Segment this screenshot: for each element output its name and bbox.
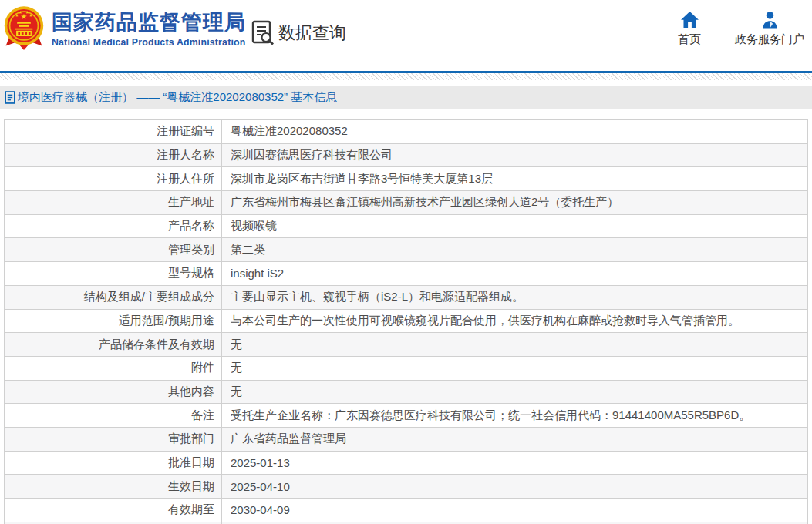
org-name-zh: 国家药品监督管理局: [52, 10, 246, 35]
site-logo-link[interactable]: ★ ★ ★ ★ ★ 国家药品监督管理局 National Medical Pro…: [3, 5, 246, 53]
hatch-stripe-band: [0, 73, 812, 80]
field-label: 有效期至: [5, 499, 222, 522]
table-row: 生产地址 广东省梅州市梅县区畲江镇梅州高新技术产业园区绿创大道2号（委托生产）: [5, 191, 807, 215]
table-row: 注册人住所 深圳市龙岗区布吉街道甘李路3号恒特美大厦第13层: [5, 167, 807, 191]
field-value: 主要由显示主机、窥视手柄（iS2-L）和电源适配器组成。: [222, 286, 807, 309]
field-label: 生效日期: [5, 475, 222, 498]
field-label: 备注: [5, 404, 222, 427]
org-name-en: National Medical Products Administration: [52, 37, 246, 48]
table-row: 结构及组成/主要组成成分 主要由显示主机、窥视手柄（iS2-L）和电源适配器组成…: [5, 286, 807, 310]
field-value: 2030-04-09: [222, 499, 807, 522]
data-query-link[interactable]: 数据查询: [251, 20, 346, 46]
table-row: 注册人名称 深圳因赛德思医疗科技有限公司: [5, 144, 807, 168]
field-value: 受托生产企业名称：广东因赛德思医疗科技有限公司；统一社会信用代码：9144140…: [222, 404, 807, 427]
field-value: 广东省药品监督管理局: [222, 428, 807, 451]
top-nav: 首页 政务服务门户: [678, 11, 804, 47]
field-value: 2025-04-10: [222, 475, 807, 498]
data-query-label: 数据查询: [278, 22, 346, 45]
field-label: 型号规格: [5, 262, 222, 285]
nav-item-label: 政务服务门户: [735, 32, 804, 47]
field-label: 注册人名称: [5, 144, 222, 167]
table-row: 产品名称 视频喉镜: [5, 215, 807, 239]
svg-text:★: ★: [19, 10, 22, 15]
table-row: 管理类别 第二类: [5, 238, 807, 262]
field-label: 审批部门: [5, 428, 222, 451]
table-row: 有效期至 2030-04-09: [5, 499, 807, 522]
table-row: 注册证编号 粤械注准20202080352: [5, 120, 807, 144]
svg-text:★: ★: [29, 13, 33, 18]
field-value: 无: [222, 381, 807, 404]
field-value: 第二类: [222, 238, 807, 261]
field-label: 生产地址: [5, 191, 222, 214]
field-value: 广东省梅州市梅县区畲江镇梅州高新技术产业园区绿创大道2号（委托生产）: [222, 191, 807, 214]
brand-text: 国家药品监督管理局 National Medical Products Admi…: [52, 5, 246, 48]
page-title: 境内医疗器械（注册） —— “粤械注准20202080352” 基本信息: [18, 90, 337, 105]
nav-item-home[interactable]: 首页: [678, 11, 701, 47]
document-search-icon: [251, 20, 275, 46]
field-value: 无: [222, 333, 807, 356]
table-row: 适用范围/预期用途 与本公司生产的一次性使用可视喉镜窥视片配合使用，供医疗机构在…: [5, 310, 807, 334]
field-label: 注册人住所: [5, 167, 222, 190]
page-title-bar: 境内医疗器械（注册） —— “粤械注准20202080352” 基本信息: [0, 86, 812, 109]
field-value: 深圳因赛德思医疗科技有限公司: [222, 144, 807, 167]
field-label: 批准日期: [5, 452, 222, 475]
table-row: 备注 受托生产企业名称：广东因赛德思医疗科技有限公司；统一社会信用代码：9144…: [5, 404, 807, 428]
nav-item-label: 首页: [678, 32, 701, 47]
field-label: 附件: [5, 357, 222, 380]
field-value: 无: [222, 357, 807, 380]
site-header: ★ ★ ★ ★ ★ 国家药品监督管理局 National Medical Pro…: [0, 0, 812, 71]
table-row: 生效日期 2025-04-10: [5, 475, 807, 499]
field-value: insight iS2: [222, 262, 807, 285]
field-value: 视频喉镜: [222, 215, 807, 238]
document-icon: [5, 91, 15, 104]
home-icon: [680, 11, 699, 29]
field-label: 结构及组成/主要组成成分: [5, 286, 222, 309]
field-label: 产品名称: [5, 215, 222, 238]
field-value: 2025-01-13: [222, 452, 807, 475]
table-row: 产品储存条件及有效期 无: [5, 333, 807, 357]
field-value: 与本公司生产的一次性使用可视喉镜窥视片配合使用，供医疗机构在麻醉或抢救时导入气管…: [222, 310, 807, 333]
user-icon: [760, 11, 780, 29]
field-label: 产品储存条件及有效期: [5, 333, 222, 356]
table-row: 型号规格 insight iS2: [5, 262, 807, 286]
nav-item-gov-portal[interactable]: 政务服务门户: [735, 11, 804, 47]
table-row: 附件 无: [5, 357, 807, 381]
field-value: 粤械注准20202080352: [222, 120, 807, 143]
table-row: 审批部门 广东省药品监督管理局: [5, 428, 807, 452]
field-label: 适用范围/预期用途: [5, 310, 222, 333]
field-label: 其他内容: [5, 381, 222, 404]
table-row: 批准日期 2025-01-13: [5, 452, 807, 475]
table-row: 其他内容 无: [5, 381, 807, 405]
field-label: 注册证编号: [5, 120, 222, 143]
registration-detail-table: 注册证编号 粤械注准20202080352 注册人名称 深圳因赛德思医疗科技有限…: [4, 119, 808, 524]
field-label: 管理类别: [5, 238, 222, 261]
field-value: 深圳市龙岗区布吉街道甘李路3号恒特美大厦第13层: [222, 167, 807, 190]
national-emblem-icon: ★ ★ ★ ★ ★: [3, 5, 45, 53]
